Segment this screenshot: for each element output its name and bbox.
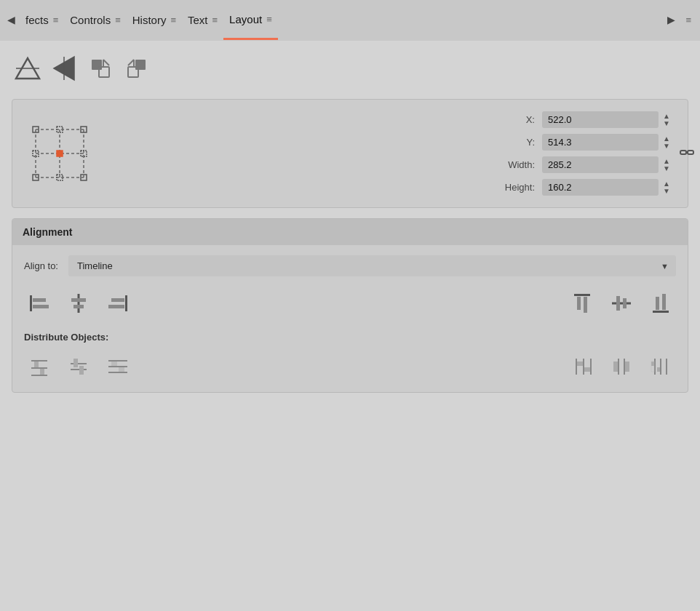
svg-rect-52 [40, 369, 44, 375]
tab-layout-label: Layout [229, 13, 262, 25]
tab-effects[interactable]: fects ≡ [20, 0, 64, 39]
x-input[interactable] [542, 111, 659, 128]
link-proportions-wrap [675, 141, 699, 166]
main-content: X: ▲ ▼ Y: ▲ ▼ Width: [0, 41, 700, 415]
rotate-left-button[interactable] [84, 52, 116, 84]
tab-layout[interactable]: Layout ≡ [223, 1, 278, 40]
distribute-center-h-button[interactable] [63, 351, 94, 382]
alignment-section: Alignment Align to: TimelineSelectionCan… [12, 218, 688, 393]
svg-rect-50 [31, 375, 47, 376]
tab-controls-menu-icon[interactable]: ≡ [115, 15, 121, 25]
tab-text-label: Text [188, 14, 208, 26]
svg-rect-58 [108, 366, 127, 367]
tab-next-button[interactable]: ▶ [663, 0, 680, 39]
distribute-top-button[interactable] [24, 351, 55, 382]
tab-effects-label: fects [25, 14, 49, 26]
y-increment[interactable]: ▲ [663, 135, 670, 143]
height-increment[interactable]: ▲ [663, 180, 670, 188]
tab-layout-menu-icon[interactable]: ≡ [266, 14, 272, 25]
align-right-button[interactable] [103, 288, 133, 319]
svg-rect-46 [656, 297, 659, 310]
link-icon [677, 144, 696, 163]
svg-rect-41 [584, 297, 587, 313]
width-increment[interactable]: ▲ [663, 158, 670, 165]
svg-rect-28 [688, 151, 693, 154]
x-label: X: [505, 114, 538, 125]
align-center-h-icon [66, 291, 91, 316]
svg-line-11 [128, 60, 134, 65]
align-left-button[interactable] [24, 288, 55, 319]
link-proportions-button[interactable] [675, 141, 699, 166]
svg-rect-54 [71, 369, 87, 370]
svg-rect-63 [583, 359, 584, 375]
distribute-center-v-button[interactable] [606, 351, 637, 382]
anchor-grid [27, 121, 92, 186]
rotate-right-icon [124, 55, 150, 81]
svg-rect-39 [574, 294, 590, 296]
horizontal-align-group [24, 288, 133, 319]
tab-history[interactable]: History ≡ [127, 0, 182, 39]
svg-rect-69 [613, 362, 618, 372]
alignment-header: Alignment [12, 219, 688, 245]
align-to-row: Align to: TimelineSelectionCanvas ▼ [24, 255, 676, 276]
y-decrement[interactable]: ▼ [663, 143, 670, 150]
y-field-wrap: ▲ ▼ [542, 134, 673, 151]
svg-rect-62 [576, 359, 577, 375]
align-to-select[interactable]: TimelineSelectionCanvas [68, 255, 676, 276]
flip-vertical-button[interactable] [12, 52, 44, 84]
svg-rect-47 [662, 294, 666, 310]
height-decrement[interactable]: ▼ [663, 188, 670, 195]
svg-rect-45 [653, 311, 669, 313]
svg-rect-65 [577, 362, 583, 366]
flip-horizontal-icon [51, 55, 77, 81]
vertical-align-group [567, 288, 676, 319]
distribute-left-button[interactable] [567, 351, 597, 382]
tab-controls[interactable]: Controls ≡ [64, 0, 126, 39]
svg-rect-40 [577, 297, 581, 310]
distribute-top-icon [27, 354, 52, 379]
svg-rect-72 [660, 359, 661, 375]
height-input[interactable] [542, 179, 659, 196]
align-left-icon [27, 291, 52, 316]
svg-rect-8 [135, 60, 146, 70]
rotate-right-button[interactable] [121, 52, 153, 84]
distribute-right-button[interactable] [645, 351, 676, 382]
svg-rect-4 [92, 60, 102, 70]
align-bottom-button[interactable] [645, 288, 676, 319]
svg-rect-75 [657, 367, 660, 372]
y-label: Y: [505, 137, 538, 148]
svg-rect-74 [651, 362, 654, 366]
svg-rect-67 [618, 359, 619, 375]
align-right-icon [106, 291, 130, 316]
tab-text-menu-icon[interactable]: ≡ [212, 15, 218, 25]
svg-rect-49 [31, 367, 47, 369]
align-buttons-row [24, 288, 676, 319]
distribute-center-v-icon [609, 354, 634, 379]
tab-history-menu-icon[interactable]: ≡ [170, 15, 176, 25]
distribute-bottom-icon [106, 354, 130, 379]
width-label: Width: [505, 159, 538, 170]
flip-vertical-icon [15, 55, 41, 81]
align-bottom-icon [648, 291, 673, 316]
tab-prev-button[interactable]: ◀ [3, 0, 20, 39]
distribute-bottom-button[interactable] [103, 351, 133, 382]
align-top-button[interactable] [567, 288, 597, 319]
tab-effects-menu-icon[interactable]: ≡ [53, 15, 59, 25]
x-increment[interactable]: ▲ [663, 113, 670, 120]
x-decrement[interactable]: ▼ [663, 120, 670, 127]
flip-horizontal-button[interactable] [48, 52, 80, 84]
y-input[interactable] [542, 134, 659, 151]
svg-rect-38 [108, 305, 124, 308]
distribute-left-icon [570, 354, 594, 379]
align-center-h-button[interactable] [63, 288, 94, 319]
align-middle-v-button[interactable] [606, 288, 637, 319]
height-field-wrap: ▲ ▼ [542, 179, 673, 196]
svg-rect-64 [590, 359, 592, 375]
width-input[interactable] [542, 156, 659, 173]
tab-text[interactable]: Text ≡ [182, 0, 223, 39]
tab-controls-label: Controls [70, 14, 111, 26]
toolbar-row [12, 52, 688, 84]
tab-bar-menu-icon[interactable]: ≡ [680, 15, 697, 25]
height-label: Height: [505, 182, 538, 193]
width-decrement[interactable]: ▼ [663, 165, 670, 172]
